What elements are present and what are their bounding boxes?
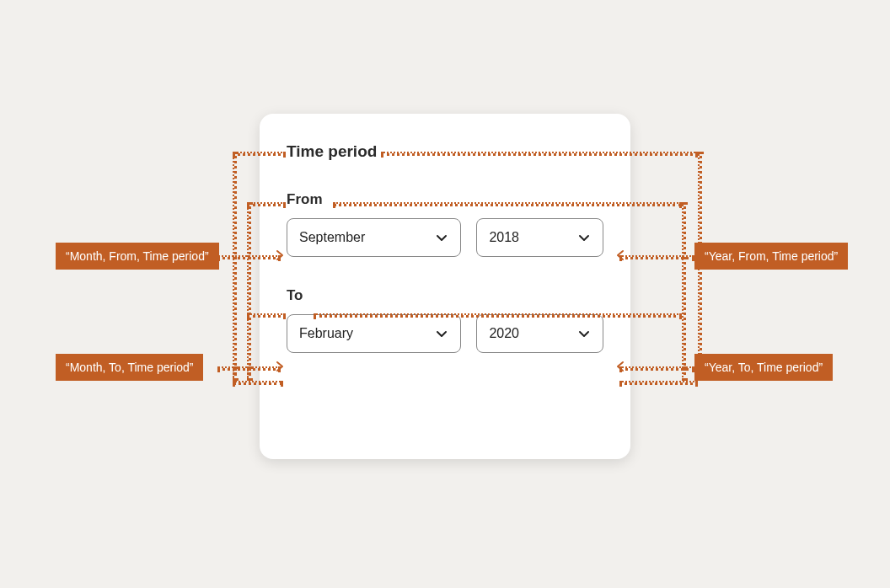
dashed-line xyxy=(619,381,698,385)
chevron-down-icon xyxy=(577,327,591,340)
dashed-line xyxy=(698,152,702,371)
to-year-select[interactable]: 2020 xyxy=(476,314,603,353)
dashed-line xyxy=(619,255,694,259)
from-month-value: September xyxy=(299,230,365,245)
dashed-line xyxy=(333,202,682,206)
dashed-line xyxy=(233,152,286,156)
to-month-value: February xyxy=(299,326,353,341)
dashed-line xyxy=(233,366,237,381)
dashed-line xyxy=(682,366,686,381)
arrow-right-icon xyxy=(275,249,287,261)
dashed-line xyxy=(247,202,251,381)
annotation-to-month: “Month, To, Time period” xyxy=(56,354,203,381)
arrow-right-icon xyxy=(275,361,287,372)
dashed-line xyxy=(217,255,281,259)
to-month-select[interactable]: February xyxy=(287,314,461,353)
annotation-from-month: “Month, From, Time period” xyxy=(56,243,219,270)
chevron-down-icon xyxy=(435,231,448,244)
chevron-down-icon xyxy=(577,231,591,244)
to-label: To xyxy=(287,287,603,304)
from-month-select[interactable]: September xyxy=(287,218,461,257)
arrow-left-icon xyxy=(614,249,625,261)
dashed-line xyxy=(247,202,286,206)
dashed-line xyxy=(233,152,237,381)
dashed-line xyxy=(233,381,283,385)
annotation-to-year: “Year, To, Time period” xyxy=(694,354,833,381)
dashed-line xyxy=(247,313,286,318)
dashed-line xyxy=(247,366,251,381)
to-row: February 2020 xyxy=(287,314,603,353)
from-year-select[interactable]: 2018 xyxy=(476,218,603,257)
chevron-down-icon xyxy=(435,327,448,340)
arrow-left-icon xyxy=(614,361,625,372)
dashed-line xyxy=(682,202,686,371)
time-period-card: Time period From September 2018 To Febr xyxy=(260,114,630,459)
dashed-line xyxy=(314,313,682,318)
annotation-from-year: “Year, From, Time period” xyxy=(694,243,848,270)
from-group: From September 2018 xyxy=(287,191,603,257)
dashed-line xyxy=(381,152,698,156)
to-group: To February 2020 xyxy=(287,287,603,353)
from-year-value: 2018 xyxy=(489,230,519,245)
to-year-value: 2020 xyxy=(489,326,519,341)
from-row: September 2018 xyxy=(287,218,603,257)
